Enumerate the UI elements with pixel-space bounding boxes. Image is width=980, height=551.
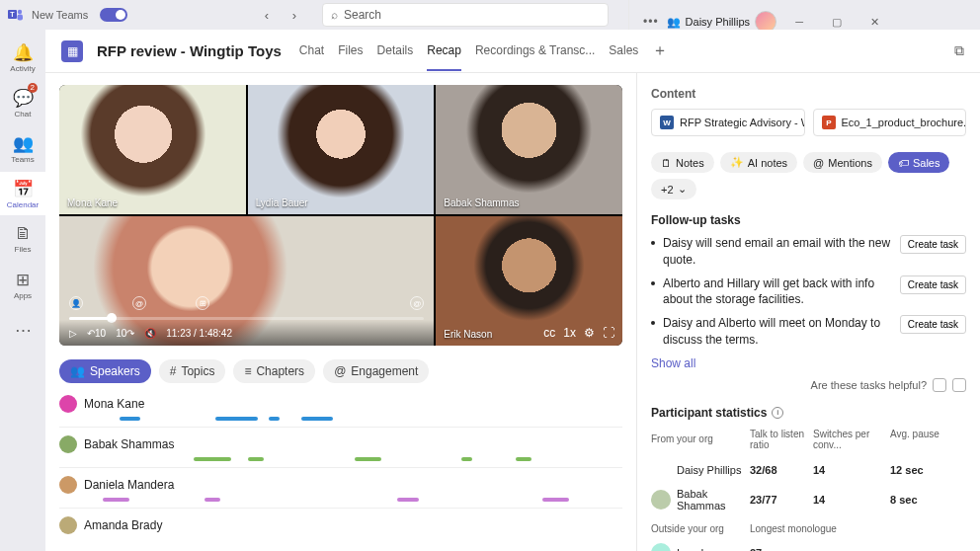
fwd10-icon[interactable]: 10↷ (116, 328, 134, 339)
page-title: RFP review - Wingtip Toys (97, 42, 282, 59)
apps-icon: ⊞ (16, 270, 30, 290)
speaker-row[interactable]: Daniela Mandera (59, 476, 622, 509)
tasks-heading: Follow-up tasks (651, 213, 966, 227)
pill-chapters[interactable]: ≡Chapters (233, 359, 315, 383)
search-placeholder: Search (344, 8, 381, 22)
create-task-button[interactable]: Create task (900, 235, 966, 254)
chip-notes[interactable]: 🗒Notes (651, 152, 714, 173)
at-icon: @ (813, 157, 824, 169)
chat-badge: 2 (28, 83, 38, 93)
pill-engagement[interactable]: @Engagement (323, 359, 429, 383)
right-panel: Content WRFP Strategic Advisory - Wingti… (636, 73, 980, 551)
video-tile-main[interactable]: 👤@⊞@ ▷ ↶10 10↷ 🔇 11:23 / 1:48:42 (59, 216, 434, 346)
people-icon: 👥 (667, 16, 681, 29)
nav-back-button[interactable]: ‹ (255, 3, 279, 27)
notes-icon: 🗒 (661, 157, 672, 169)
more-icon: ⋯ (15, 320, 32, 341)
chip-more[interactable]: +2 ⌄ (651, 179, 696, 199)
show-all-tasks[interactable]: Show all (651, 356, 695, 370)
svg-rect-2 (18, 15, 24, 21)
stats-row: Daisy Phillips32/681412 sec (651, 456, 966, 484)
tab-chat[interactable]: Chat (299, 32, 324, 71)
avatar (59, 476, 77, 494)
popout-icon[interactable]: ⧉ (954, 42, 964, 59)
svg-text:W: W (663, 118, 671, 127)
svg-text:T: T (10, 11, 15, 18)
cc-icon[interactable]: cc (543, 326, 555, 340)
play-icon[interactable]: ▷ (69, 328, 77, 339)
rail-more[interactable]: ⋯ (0, 308, 45, 352)
speaker-row[interactable]: Babak Shammas (59, 435, 622, 468)
marker-icon[interactable]: @ (132, 296, 146, 310)
speaker-row[interactable]: Mona Kane (59, 395, 622, 428)
video-tile[interactable]: Mona Kane (59, 85, 246, 214)
search-input[interactable]: ⌕ Search (322, 3, 609, 27)
teams-icon: 👥 (13, 133, 34, 154)
speaker-timeline: Mona Kane Babak Shammas Daniela Mandera … (59, 395, 622, 539)
video-grid: Mona Kane Lydia Bauer Babak Shammas 👤@⊞@… (59, 85, 622, 346)
marker-icon[interactable]: @ (410, 296, 424, 310)
at-icon: @ (334, 364, 346, 378)
task-row: Alberto and Hillary will get back with i… (651, 276, 966, 309)
speaker-row[interactable]: Amanda Brady (59, 516, 622, 539)
speed-icon[interactable]: 1x (563, 326, 576, 340)
ppt-icon: P (822, 116, 836, 129)
rail-apps[interactable]: ⊞Apps (0, 263, 45, 306)
people-icon: 👥 (70, 364, 85, 378)
video-time: 11:23 / 1:48:42 (166, 328, 232, 339)
video-tile[interactable]: Babak Shammas (436, 85, 622, 214)
bell-icon: 🔔 (13, 42, 34, 63)
rail-teams[interactable]: 👥Teams (0, 126, 45, 170)
chip-ainotes[interactable]: ✨AI notes (720, 152, 797, 173)
chevron-down-icon: ⌄ (678, 183, 687, 196)
chip-mentions[interactable]: @Mentions (803, 152, 882, 173)
settings-icon[interactable]: ⚙ (584, 326, 595, 340)
rail-activity[interactable]: 🔔Activity (0, 36, 45, 79)
file-word[interactable]: WRFP Strategic Advisory - Wingtip Toys (651, 109, 805, 136)
thumbs-down-icon[interactable] (952, 378, 966, 392)
header-tabs: Chat Files Details Recap Recordings & Tr… (299, 32, 639, 71)
video-tile[interactable]: Erik Nason cc1x⚙⛶ (436, 216, 622, 346)
new-teams-toggle[interactable] (100, 8, 127, 22)
info-icon[interactable]: i (772, 407, 783, 419)
create-task-button[interactable]: Create task (900, 315, 966, 334)
avatar (651, 490, 671, 510)
pill-topics[interactable]: #Topics (159, 359, 226, 383)
calendar-icon: 📅 (13, 179, 34, 199)
nav-forward-button[interactable]: › (283, 3, 306, 27)
more-menu-icon[interactable]: ••• (643, 15, 659, 29)
page-header: ▦ RFP review - Wingtip Toys Chat Files D… (45, 30, 980, 73)
tab-sales[interactable]: Sales (609, 32, 638, 71)
stats-row: Babak Shammas23/77148 sec (651, 484, 966, 515)
marker-icon[interactable]: 👤 (69, 296, 83, 310)
rail-calendar[interactable]: 📅Calendar (0, 172, 45, 215)
fullscreen-icon[interactable]: ⛶ (603, 326, 614, 340)
thumbs-up-icon[interactable] (933, 378, 946, 392)
app-rail: 🔔Activity 💬2Chat 👥Teams 📅Calendar 🗎Files… (0, 30, 45, 551)
user-name-label: Daisy Phillips (686, 16, 750, 28)
tab-files[interactable]: Files (338, 32, 363, 71)
back10-icon[interactable]: ↶10 (87, 328, 106, 339)
pill-speakers[interactable]: 👥Speakers (59, 359, 151, 383)
tag-icon: 🏷 (898, 157, 909, 169)
tab-details[interactable]: Details (377, 32, 414, 71)
marker-icon[interactable]: ⊞ (196, 296, 209, 310)
rail-files[interactable]: 🗎Files (0, 217, 45, 261)
search-icon: ⌕ (331, 8, 338, 22)
teams-logo-icon: T (8, 7, 24, 23)
add-tab-button[interactable]: ＋ (652, 40, 668, 61)
tab-recordings[interactable]: Recordings & Transc... (475, 32, 595, 71)
avatar (651, 543, 671, 551)
new-teams-label: New Teams (32, 9, 88, 21)
file-ppt[interactable]: PEco_1_product_brochure.pptx (813, 109, 967, 136)
create-task-button[interactable]: Create task (900, 276, 966, 294)
video-controls: ▷ ↶10 10↷ 🔇 11:23 / 1:48:42 (59, 320, 434, 346)
task-row: Daisy will send email an email with the … (651, 235, 966, 269)
chip-sales[interactable]: 🏷Sales (888, 152, 950, 173)
mute-icon[interactable]: 🔇 (144, 328, 156, 339)
video-tile[interactable]: Lydia Bauer (248, 85, 435, 214)
titlebar: T New Teams ‹ › ⌕ Search ••• 👥 Daisy Phi… (0, 0, 980, 30)
tab-recap[interactable]: Recap (427, 32, 461, 71)
rail-chat[interactable]: 💬2Chat (0, 81, 45, 124)
channel-icon: ▦ (61, 40, 83, 62)
